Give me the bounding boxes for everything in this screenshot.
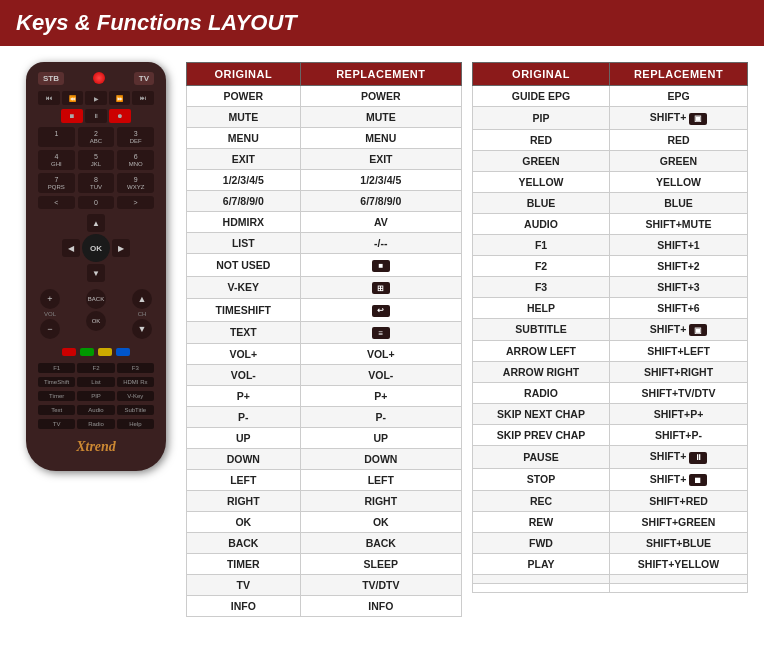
audio-btn[interactable]: Audio [77, 405, 114, 415]
hdmirx-btn[interactable]: HDMI Rx [117, 377, 154, 387]
fwd-btn[interactable]: ⏩ [109, 91, 131, 105]
f3-btn[interactable]: F3 [117, 363, 154, 373]
original-cell: DOWN [187, 449, 301, 470]
btn-8[interactable]: 8TUV [78, 173, 115, 193]
stop-btn[interactable]: ⏹ [61, 109, 83, 123]
f1-btn[interactable]: F1 [38, 363, 75, 373]
table-row: TEXT ≡ [187, 321, 462, 344]
dpad-down[interactable]: ▼ [87, 264, 105, 282]
table-row: 1/2/3/4/5 1/2/3/4/5 [187, 170, 462, 191]
f2-btn[interactable]: F2 [77, 363, 114, 373]
replacement-cell: SHIFT+YELLOW [610, 554, 748, 575]
table-row: SKIP PREV CHAP SHIFT+P- [473, 425, 748, 446]
vol-up-btn[interactable]: + [40, 289, 60, 309]
table-row: SUBTITLE SHIFT+ ▣ [473, 318, 748, 341]
ch-down-btn[interactable]: ▼ [132, 319, 152, 339]
original-cell: TIMER [187, 554, 301, 575]
ok-center-btn[interactable]: OK [86, 311, 106, 331]
replacement-cell: SHIFT+3 [610, 276, 748, 297]
ok-button[interactable]: OK [82, 234, 110, 262]
table-row: HDMIRX AV [187, 212, 462, 233]
pause-btn[interactable]: ⏸ [85, 109, 107, 123]
replacement-cell: SHIFT+ ▣ [610, 318, 748, 341]
ch-up-btn[interactable]: ▲ [132, 289, 152, 309]
replacement-cell: SHIFT+P+ [610, 404, 748, 425]
original-cell: PAUSE [473, 446, 610, 469]
right-table-section: ORIGINAL REPLACEMENT GUIDE EPG EPG PIP S… [472, 62, 748, 617]
table-row: HELP SHIFT+6 [473, 297, 748, 318]
timer-btn[interactable]: Timer [38, 391, 75, 401]
btn-gt[interactable]: > [117, 196, 154, 209]
play-btn[interactable]: ▶ [85, 91, 107, 105]
subtitle-btn[interactable]: SubTitle [117, 405, 154, 415]
skip-prev-btn[interactable]: ⏮ [38, 91, 60, 105]
green-btn[interactable] [80, 348, 94, 356]
table-row: MUTE MUTE [187, 107, 462, 128]
replacement-cell: LEFT [300, 470, 461, 491]
table-row: LIST -/-- [187, 233, 462, 254]
table-row: AUDIO SHIFT+MUTE [473, 213, 748, 234]
number-grid: 1 2ABC 3DEF 4GHI 5JKL 6MNO 7PQRS 8TUV 9W… [34, 127, 158, 209]
table-row: BLUE BLUE [473, 192, 748, 213]
original-cell: 1/2/3/4/5 [187, 170, 301, 191]
btn-lt[interactable]: < [38, 196, 75, 209]
vol-label: VOL [44, 311, 56, 317]
table-row: EXIT EXIT [187, 149, 462, 170]
blue-btn[interactable] [116, 348, 130, 356]
remote-top-row: STB TV [34, 72, 158, 85]
btn-7[interactable]: 7PQRS [38, 173, 75, 193]
original-cell: F2 [473, 255, 610, 276]
dpad-right[interactable]: ▶ [112, 239, 130, 257]
help-btn[interactable]: Help [117, 419, 154, 429]
replacement-cell: RED [610, 129, 748, 150]
original-cell: P- [187, 407, 301, 428]
red-btn[interactable] [62, 348, 76, 356]
table-row: 6/7/8/9/0 6/7/8/9/0 [187, 191, 462, 212]
rec-btn[interactable]: ⏺ [109, 109, 131, 123]
table-row: F1 SHIFT+1 [473, 234, 748, 255]
table-row: ARROW LEFT SHIFT+LEFT [473, 341, 748, 362]
yellow-btn[interactable] [98, 348, 112, 356]
text-btn[interactable]: Text [38, 405, 75, 415]
btn-0[interactable]: 0 [78, 196, 115, 209]
original-cell: RIGHT [187, 491, 301, 512]
replacement-cell: -/-- [300, 233, 461, 254]
table-row: PAUSE SHIFT+ ⏸ [473, 446, 748, 469]
right-col1-header: ORIGINAL [473, 63, 610, 86]
btn-5[interactable]: 5JKL [78, 150, 115, 170]
dpad-left[interactable]: ◀ [62, 239, 80, 257]
btn-9[interactable]: 9WXYZ [117, 173, 154, 193]
remote-container: STB TV ⏮ ⏪ ▶ ⏩ ⏭ ⏹ ⏸ ⏺ 1 2ABC [16, 62, 176, 617]
dpad-up[interactable]: ▲ [87, 214, 105, 232]
table-row: SKIP NEXT CHAP SHIFT+P+ [473, 404, 748, 425]
btn-3[interactable]: 3DEF [117, 127, 154, 147]
replacement-cell: INFO [300, 596, 461, 617]
left-col2-header: REPLACEMENT [300, 63, 461, 86]
back-btn[interactable]: BACK [86, 289, 106, 309]
btn-1[interactable]: 1 [38, 127, 75, 147]
btn-2[interactable]: 2ABC [78, 127, 115, 147]
list-btn[interactable]: List [77, 377, 114, 387]
tv-btn[interactable]: TV [38, 419, 75, 429]
vkey-btn[interactable]: V-Key [117, 391, 154, 401]
replacement-cell: MENU [300, 128, 461, 149]
timeshift-btn[interactable]: TimeShift [38, 377, 75, 387]
vol-down-btn[interactable]: − [40, 319, 60, 339]
rew-btn[interactable]: ⏪ [62, 91, 84, 105]
radio-btn[interactable]: Radio [77, 419, 114, 429]
btn-6[interactable]: 6MNO [117, 150, 154, 170]
replacement-cell: SHIFT+RED [610, 491, 748, 512]
table-row: RIGHT RIGHT [187, 491, 462, 512]
replacement-cell: VOL- [300, 365, 461, 386]
skip-next-btn[interactable]: ⏭ [132, 91, 154, 105]
table-row: LEFT LEFT [187, 470, 462, 491]
original-cell: FWD [473, 533, 610, 554]
replacement-cell: TV/DTV [300, 575, 461, 596]
btn-4[interactable]: 4GHI [38, 150, 75, 170]
original-cell: TIMESHIFT [187, 299, 301, 322]
original-cell: 6/7/8/9/0 [187, 191, 301, 212]
pip-btn[interactable]: PIP [77, 391, 114, 401]
func-row-5: TV Radio Help [34, 419, 158, 429]
table-row: V-KEY ⊞ [187, 276, 462, 299]
replacement-cell: SHIFT+GREEN [610, 512, 748, 533]
